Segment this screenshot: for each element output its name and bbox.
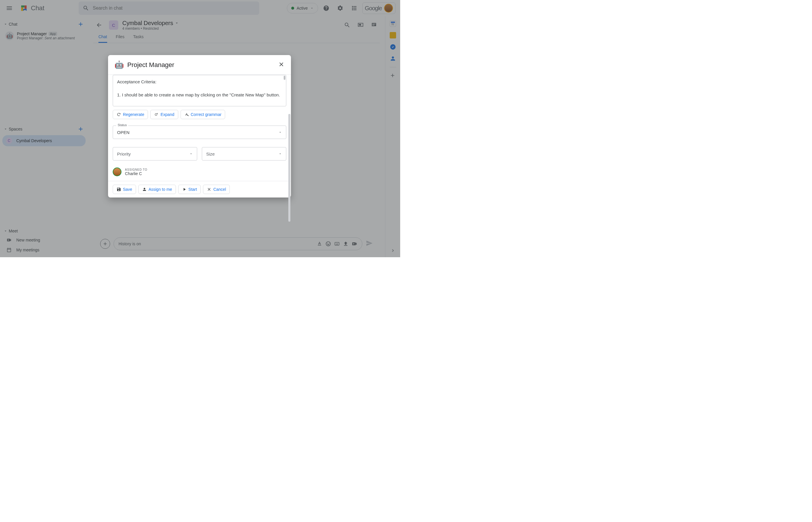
priority-placeholder: Priority xyxy=(117,152,131,156)
start-button[interactable]: Start xyxy=(178,185,201,194)
size-placeholder: Size xyxy=(206,152,215,156)
sparkle-refresh-icon xyxy=(117,112,121,117)
play-icon xyxy=(182,187,187,192)
project-manager-dialog: 🤖 Project Manager Acceptance Criteria: 1… xyxy=(108,55,291,198)
assigned-to-row: ASSIGNED TO Charlie C xyxy=(113,167,286,176)
regenerate-button[interactable]: Regenerate xyxy=(113,110,148,119)
close-icon xyxy=(207,187,211,192)
assignee-name: Charlie C xyxy=(125,171,147,176)
description-body: 1. I should be able to create a new map … xyxy=(117,92,282,98)
assignee-avatar xyxy=(113,167,121,176)
cancel-button[interactable]: Cancel xyxy=(203,185,230,194)
sparkle-expand-icon xyxy=(154,112,159,117)
robot-icon: 🤖 xyxy=(115,60,124,69)
close-icon xyxy=(278,61,285,67)
priority-select[interactable]: Priority xyxy=(113,147,197,161)
dialog-title: Project Manager xyxy=(127,61,174,69)
status-value: OPEN xyxy=(117,130,129,135)
assign-to-me-button[interactable]: Assign to me xyxy=(138,185,176,194)
correct-grammar-button[interactable]: Correct grammar xyxy=(181,110,225,119)
person-icon xyxy=(142,187,147,192)
dialog-scrollbar[interactable] xyxy=(288,114,290,222)
save-icon xyxy=(117,187,121,192)
description-heading: Acceptance Criteria: xyxy=(117,79,282,85)
dialog-close-button[interactable] xyxy=(278,61,285,69)
description-textarea[interactable]: Acceptance Criteria: 1. I should be able… xyxy=(113,75,286,106)
status-select[interactable]: OPEN xyxy=(113,125,286,139)
caret-down-icon xyxy=(189,152,193,156)
save-button[interactable]: Save xyxy=(113,185,136,194)
textarea-scrollbar[interactable] xyxy=(284,76,285,80)
status-field-label: Status xyxy=(116,123,128,127)
size-select[interactable]: Size xyxy=(202,147,286,161)
svg-point-4 xyxy=(155,114,157,116)
caret-down-icon xyxy=(279,152,282,156)
expand-button[interactable]: Expand xyxy=(150,110,178,119)
assigned-to-label: ASSIGNED TO xyxy=(125,168,147,171)
caret-down-icon xyxy=(279,130,282,134)
text-check-icon xyxy=(184,112,189,117)
